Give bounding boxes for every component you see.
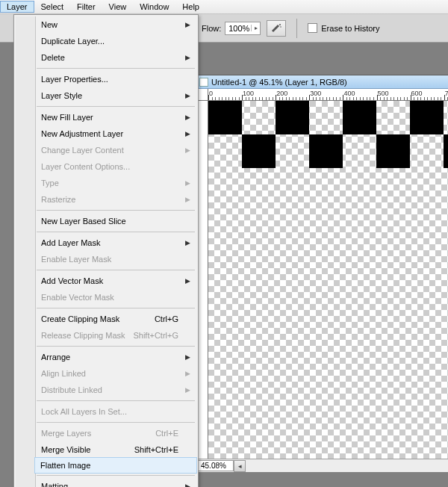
menu-separator: [37, 210, 195, 211]
menu-layer[interactable]: Layer: [0, 1, 34, 13]
submenu-arrow-icon: ▶: [185, 386, 190, 394]
menu-item-align-linked: Align Linked▶: [35, 365, 196, 382]
menu-item-merge-visible[interactable]: Merge VisibleShift+Ctrl+E: [35, 441, 196, 458]
menu-item-release-clipping-mask: Release Clipping MaskShift+Ctrl+G: [35, 327, 196, 344]
menu-select[interactable]: Select: [34, 1, 71, 13]
document-statusbar: 45.08% ◂: [196, 459, 448, 472]
menu-item-label: Layer Style: [41, 91, 82, 100]
svg-point-0: [279, 24, 281, 25]
erase-history-label: Erase to History: [321, 24, 379, 33]
submenu-arrow-icon: ▶: [185, 54, 190, 61]
pattern-square: [444, 134, 448, 168]
submenu-arrow-icon: ▶: [185, 92, 190, 99]
menu-item-new-adjustment-layer[interactable]: New Adjustment Layer▶: [35, 125, 196, 142]
menu-item-shortcut: Ctrl+E: [155, 429, 178, 438]
flow-label: Flow:: [202, 24, 221, 33]
menu-item-matting[interactable]: Matting▶: [35, 478, 196, 487]
menu-separator: [37, 106, 195, 107]
menu-item-label: Add Vector Mask: [41, 276, 103, 285]
menu-item-arrange[interactable]: Arrange▶: [35, 349, 196, 365]
submenu-arrow-icon: ▶: [185, 196, 190, 203]
document-body: [196, 101, 448, 459]
menu-item-new-layer-based-slice[interactable]: New Layer Based Slice: [35, 213, 196, 229]
document-window: Untitled-1 @ 45.1% (Layer 1, RGB/8) 0100…: [196, 75, 448, 472]
menu-separator: [37, 475, 195, 476]
menu-item-enable-layer-mask: Enable Layer Mask: [35, 251, 196, 267]
menu-item-label: Rasterize: [41, 195, 75, 204]
menu-item-label: Change Layer Content: [41, 146, 124, 155]
menu-separator: [37, 232, 195, 232]
svg-point-1: [280, 26, 281, 28]
menu-item-duplicate-layer[interactable]: Duplicate Layer...: [35, 33, 196, 49]
menu-bar: LayerSelectFilterViewWindowHelp: [0, 0, 448, 14]
menu-item-label: Create Clipping Mask: [41, 314, 119, 323]
menu-item-new-fill-layer[interactable]: New Fill Layer▶: [35, 109, 196, 125]
scroll-left-button[interactable]: ◂: [234, 460, 246, 472]
pattern-square: [343, 101, 376, 134]
pattern-square: [376, 134, 410, 168]
menu-item-merge-layers: Merge LayersCtrl+E: [35, 425, 196, 441]
submenu-arrow-icon: ▶: [185, 370, 190, 377]
menu-item-label: Merge Layers: [41, 429, 91, 438]
menu-separator: [37, 68, 195, 69]
menu-item-label: Enable Layer Mask: [41, 255, 111, 264]
menu-item-layer-style[interactable]: Layer Style▶: [35, 87, 196, 104]
menu-item-label: Delete: [41, 53, 65, 62]
document-titlebar[interactable]: Untitled-1 @ 45.1% (Layer 1, RGB/8): [196, 75, 448, 89]
menu-item-lock-all-layers-in-set: Lock All Layers In Set...: [35, 403, 196, 420]
menu-item-label: Lock All Layers In Set...: [41, 407, 127, 416]
menu-item-create-clipping-mask[interactable]: Create Clipping MaskCtrl+G: [35, 311, 196, 327]
document-title: Untitled-1 @ 45.1% (Layer 1, RGB/8): [211, 78, 347, 87]
menu-item-enable-vector-mask: Enable Vector Mask: [35, 289, 196, 305]
menu-filter[interactable]: Filter: [70, 1, 102, 13]
pattern-square: [410, 101, 444, 134]
menu-item-distribute-linked: Distribute Linked▶: [35, 382, 196, 398]
menu-window[interactable]: Window: [133, 1, 175, 13]
document-icon: [199, 78, 208, 87]
ruler-horizontal[interactable]: 0100200300400500600700: [208, 89, 448, 101]
menu-separator: [37, 308, 195, 308]
menu-item-layer-properties[interactable]: Layer Properties...: [35, 71, 196, 87]
airbrush-button[interactable]: [267, 20, 286, 37]
erase-history-option[interactable]: Erase to History: [308, 23, 379, 33]
menu-item-label: Layer Properties...: [41, 75, 108, 84]
flow-dropdown-arrow[interactable]: ▸: [251, 25, 260, 31]
menu-separator: [37, 400, 195, 401]
menu-item-new[interactable]: New▶: [35, 16, 196, 33]
airbrush-icon: [270, 23, 282, 34]
menu-separator: [37, 422, 195, 423]
menu-item-delete[interactable]: Delete▶: [35, 49, 196, 66]
menu-item-label: Distribute Linked: [41, 385, 102, 394]
menu-item-label: Align Linked: [41, 369, 86, 378]
submenu-arrow-icon: ▶: [185, 483, 190, 487]
menu-item-add-layer-mask[interactable]: Add Layer Mask▶: [35, 235, 196, 251]
menu-item-rasterize: Rasterize▶: [35, 191, 196, 208]
menu-item-layer-content-options: Layer Content Options...: [35, 158, 196, 175]
menu-item-shortcut: Shift+Ctrl+G: [133, 331, 178, 340]
submenu-arrow-icon: ▶: [185, 21, 190, 28]
divider: [296, 19, 297, 38]
menu-item-add-vector-mask[interactable]: Add Vector Mask▶: [35, 273, 196, 289]
menu-item-label: Release Clipping Mask: [41, 331, 125, 340]
canvas[interactable]: [208, 101, 448, 459]
submenu-arrow-icon: ▶: [185, 179, 190, 187]
layer-menu-dropdown: New▶Duplicate Layer...Delete▶Layer Prope…: [13, 14, 199, 487]
flow-field[interactable]: ▸: [225, 22, 261, 35]
menu-item-label: Enable Vector Mask: [41, 293, 114, 302]
menu-item-type: Type▶: [35, 175, 196, 191]
submenu-arrow-icon: ▶: [185, 277, 190, 285]
menu-item-label: Type: [41, 179, 59, 187]
menu-help[interactable]: Help: [175, 1, 206, 13]
submenu-arrow-icon: ▶: [185, 130, 190, 137]
flow-input[interactable]: [225, 24, 251, 33]
zoom-field[interactable]: 45.08%: [198, 460, 234, 471]
pattern-square: [309, 134, 343, 168]
menu-item-label: Arrange: [41, 353, 70, 362]
erase-history-checkbox[interactable]: [308, 23, 317, 33]
menu-item-shortcut: Ctrl+G: [155, 314, 178, 323]
menu-item-shortcut: Shift+Ctrl+E: [134, 445, 178, 454]
menu-item-flatten-image[interactable]: Flatten Image: [34, 457, 197, 474]
menu-view[interactable]: View: [102, 1, 134, 13]
submenu-arrow-icon: ▶: [185, 114, 190, 121]
menu-item-change-layer-content: Change Layer Content▶: [35, 142, 196, 158]
